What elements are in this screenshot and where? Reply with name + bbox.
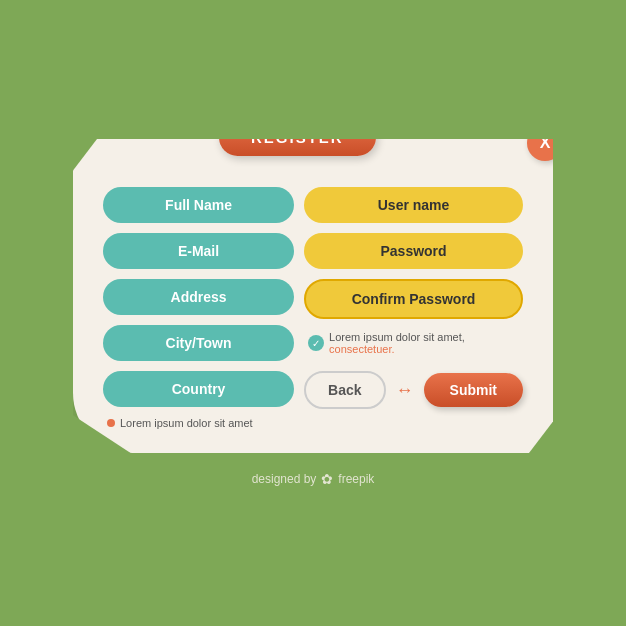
footer-text: designed by bbox=[252, 472, 317, 486]
field-full-name[interactable]: Full Name bbox=[103, 187, 294, 223]
field-confirm-password[interactable]: Confirm Password bbox=[304, 279, 523, 319]
register-button[interactable]: REGISTER bbox=[219, 119, 376, 156]
error-text: Lorem ipsum dolor sit amet bbox=[120, 417, 253, 429]
field-email[interactable]: E-Mail bbox=[103, 233, 294, 269]
freepik-logo: ✿ bbox=[321, 471, 333, 487]
field-password[interactable]: Password bbox=[304, 233, 523, 269]
check-icon: ✓ bbox=[308, 335, 324, 351]
field-city-town[interactable]: City/Town bbox=[103, 325, 294, 361]
close-button[interactable]: X bbox=[527, 125, 563, 161]
error-dot bbox=[107, 419, 115, 427]
arrow-icon: ↔ bbox=[396, 380, 414, 401]
registration-form-card: REGISTER X Full Name E-Mail Address City… bbox=[73, 139, 553, 453]
submit-button[interactable]: Submit bbox=[424, 373, 523, 407]
validation-message: ✓ Lorem ipsum dolor sit amet, consectetu… bbox=[304, 329, 523, 357]
validation-link: consectetuer. bbox=[329, 343, 394, 355]
footer: designed by ✿ freepik bbox=[252, 471, 375, 487]
footer-brand: freepik bbox=[338, 472, 374, 486]
left-fields: Full Name E-Mail Address City/Town Count… bbox=[103, 187, 294, 409]
action-row: Back ↔ Submit bbox=[304, 371, 523, 409]
field-username[interactable]: User name bbox=[304, 187, 523, 223]
field-address[interactable]: Address bbox=[103, 279, 294, 315]
right-fields: User name Password Confirm Password ✓ Lo… bbox=[304, 187, 523, 409]
error-message: Lorem ipsum dolor sit amet bbox=[103, 417, 523, 429]
field-country[interactable]: Country bbox=[103, 371, 294, 407]
validation-text: Lorem ipsum dolor sit amet, consectetuer… bbox=[329, 331, 519, 355]
back-button[interactable]: Back bbox=[304, 371, 385, 409]
